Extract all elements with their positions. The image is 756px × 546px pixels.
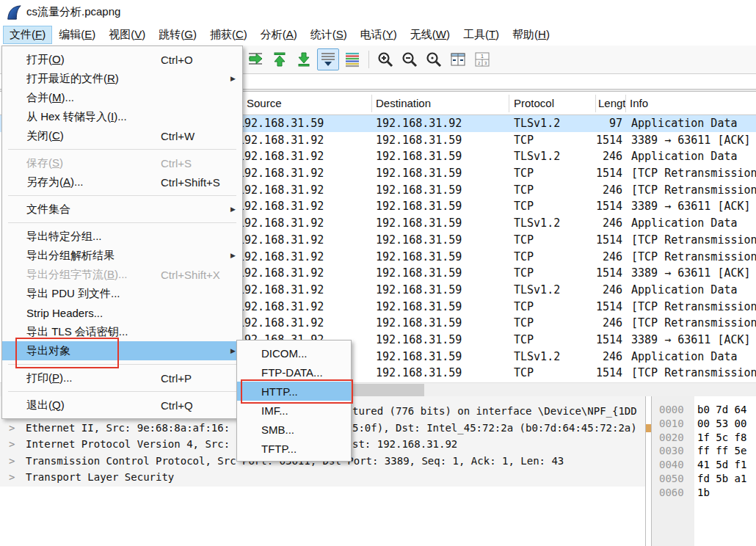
cell-info: 3389 → 63611 [ACK] xyxy=(631,332,756,349)
menu-item-strip-headers[interactable]: Strip Headers... xyxy=(2,303,242,322)
column-resize-handle[interactable] xyxy=(595,95,596,112)
column-resize-handle[interactable] xyxy=(509,95,509,112)
submenu-item-dicom[interactable]: DICOM... xyxy=(237,343,351,363)
cell-protocol: TCP xyxy=(514,365,534,382)
zoom-in-icon[interactable] xyxy=(374,48,396,70)
hex-offset: 0060 xyxy=(659,486,684,500)
submenu-item-imf[interactable]: IMF... xyxy=(237,401,351,420)
cell-source: 192.168.31.92 xyxy=(238,232,324,249)
window-title: cs流量分析.pcapng xyxy=(26,5,120,19)
menu-item-label: 关闭(C) xyxy=(26,129,161,143)
column-header-length[interactable]: Lengt xyxy=(598,92,626,114)
detail-text: Transport Layer Security xyxy=(26,469,174,486)
cell-protocol: TLSv1.2 xyxy=(514,215,560,232)
column-header-source[interactable]: Source xyxy=(247,92,282,114)
go-to-packet-icon[interactable] xyxy=(244,48,266,70)
menubar-item-edit[interactable]: 编辑(E) xyxy=(52,26,102,44)
column-header-info[interactable]: Info xyxy=(630,92,648,114)
go-first-packet-icon[interactable] xyxy=(269,48,291,70)
hex-row[interactable]: 00601b xyxy=(652,486,756,500)
auto-scroll-icon[interactable] xyxy=(317,48,339,70)
column-header-protocol[interactable]: Protocol xyxy=(514,92,554,114)
submenu-item-http[interactable]: HTTP... xyxy=(237,382,351,401)
submenu-arrow-icon: ▶ xyxy=(230,205,236,213)
menu-item-label: 保存(S) xyxy=(26,156,161,170)
menubar-item-telephony[interactable]: 电话(Y) xyxy=(354,26,404,44)
menu-item-export-packet-bytes[interactable]: 导出分组字节流(B)...Ctrl+Shift+X xyxy=(2,265,242,284)
cell-destination: 192.168.31.59 xyxy=(376,165,462,182)
menubar-item-help[interactable]: 帮助(H) xyxy=(506,26,556,44)
menu-item-open[interactable]: 打开(O)Ctrl+O xyxy=(2,50,242,69)
menu-item-label: HTTP... xyxy=(261,385,298,398)
menubar-item-go[interactable]: 跳转(G) xyxy=(152,26,203,44)
expand-arrow-icon: > xyxy=(9,453,15,470)
menu-separator xyxy=(2,387,242,396)
expand-arrow-icon: > xyxy=(9,469,15,486)
cell-protocol: TCP xyxy=(514,198,534,215)
menubar-item-statistics[interactable]: 统计(S) xyxy=(304,26,354,44)
hex-row[interactable]: 0030ff ff 5e xyxy=(652,444,756,458)
zoom-out-icon[interactable] xyxy=(399,48,421,70)
column-resize-handle[interactable] xyxy=(371,95,372,112)
menu-item-label: 打印(P)... xyxy=(26,371,161,385)
cell-info: Application Data xyxy=(631,115,756,132)
menu-item-print[interactable]: 打印(P)...Ctrl+P xyxy=(2,368,242,387)
hex-row[interactable]: 0000b0 7d 64 xyxy=(652,403,756,417)
menubar-item-wireless[interactable]: 无线(W) xyxy=(404,26,457,44)
menubar-item-capture[interactable]: 捕获(C) xyxy=(203,26,254,44)
menu-item-open-recent[interactable]: 打开最近的文件(R)▶ xyxy=(2,69,242,88)
svg-text:1: 1 xyxy=(481,54,484,59)
pane-splitter[interactable] xyxy=(645,396,652,546)
resize-columns-icon[interactable] xyxy=(447,48,469,70)
menubar-item-tools[interactable]: 工具(T) xyxy=(457,26,506,44)
menu-item-quit[interactable]: 退出(Q)Ctrl+Q xyxy=(2,396,242,415)
menu-item-label: 导出分组解析结果 xyxy=(26,249,161,263)
detail-text: tured (776 bits) on interface \Device\NP… xyxy=(352,403,637,420)
column-header-destination[interactable]: Destination xyxy=(376,92,431,114)
menubar-item-view[interactable]: 视图(V) xyxy=(102,26,152,44)
cell-info: [TCP Retransmission] xyxy=(631,232,756,249)
wireshark-fin-icon xyxy=(7,4,21,21)
zoom-reset-icon[interactable] xyxy=(423,48,445,70)
menu-item-export-tls-session-keys[interactable]: 导出 TLS 会话密钥... xyxy=(2,322,242,341)
hex-offset: 0040 xyxy=(659,458,684,472)
cell-source: 192.168.31.92 xyxy=(238,182,324,199)
submenu-item-tftp[interactable]: TFTP... xyxy=(237,439,351,458)
hex-row[interactable]: 001000 53 00 xyxy=(652,417,756,431)
hex-row[interactable]: 004041 5d f1 xyxy=(652,458,756,472)
export-objects-submenu: DICOM...FTP-DATA...HTTP...IMF...SMB...TF… xyxy=(236,340,352,462)
submenu-item-smb[interactable]: SMB... xyxy=(237,420,351,439)
menu-item-label: 从 Hex 转储导入(I)... xyxy=(26,110,161,124)
menu-item-export-objects[interactable]: 导出对象▶ xyxy=(2,341,242,360)
hex-bytes: ff ff 5e xyxy=(697,444,746,458)
packet-detail-row[interactable]: >Transport Layer Security xyxy=(0,469,645,486)
menubar-item-analyze[interactable]: 分析(A) xyxy=(254,26,304,44)
menu-item-shortcut: Ctrl+Q xyxy=(161,399,193,412)
layout-123-icon[interactable]: 1 2 3 xyxy=(471,48,493,70)
menu-item-shortcut: Ctrl+Shift+X xyxy=(161,269,220,281)
go-last-packet-icon[interactable] xyxy=(293,48,315,70)
menubar-item-file[interactable]: 文件(F) xyxy=(3,26,52,44)
menu-item-export-packet-dissections[interactable]: 导出分组解析结果▶ xyxy=(2,246,242,265)
cell-destination: 192.168.31.59 xyxy=(376,349,462,365)
hex-row[interactable]: 00201f 5c f8 xyxy=(652,431,756,445)
submenu-item-ftp-data[interactable]: FTP-DATA... xyxy=(237,363,351,382)
hex-bytes: 41 5d f1 xyxy=(697,458,746,472)
menu-item-export-specified-packets[interactable]: 导出特定分组... xyxy=(2,227,242,246)
colorize-icon[interactable] xyxy=(341,48,363,70)
cell-destination: 192.168.31.59 xyxy=(376,132,462,149)
hex-row[interactable]: 0050fd 5b a1 xyxy=(652,472,756,486)
menu-item-save-as[interactable]: 另存为(A)...Ctrl+Shift+S xyxy=(2,172,242,192)
cell-length: 1514 xyxy=(586,265,622,282)
column-resize-handle[interactable] xyxy=(625,95,626,112)
cell-destination: 192.168.31.59 xyxy=(376,315,462,332)
menu-item-save[interactable]: 保存(S)Ctrl+S xyxy=(2,153,242,172)
cell-source: 192.168.31.59 xyxy=(238,115,324,132)
menu-item-label: DICOM... xyxy=(261,347,308,360)
menu-item-close[interactable]: 关闭(C)Ctrl+W xyxy=(2,126,242,145)
cell-destination: 192.168.31.59 xyxy=(376,215,462,232)
menu-item-import-hex-dump[interactable]: 从 Hex 转储导入(I)... xyxy=(2,107,242,126)
menu-item-merge[interactable]: 合并(M)... xyxy=(2,88,242,107)
menu-item-file-set[interactable]: 文件集合▶ xyxy=(2,200,242,219)
menu-item-export-pdus-to-file[interactable]: 导出 PDU 到文件... xyxy=(2,284,242,303)
